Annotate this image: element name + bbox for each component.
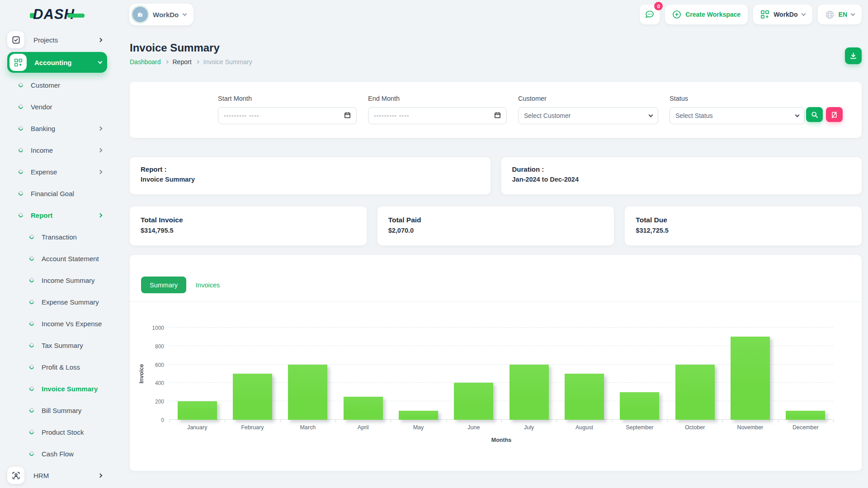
bar-march[interactable]: [288, 365, 327, 420]
x-tick-mark: [446, 420, 447, 422]
breadcrumb-report[interactable]: Report: [173, 58, 192, 66]
sidebar-item-banking[interactable]: Banking: [7, 117, 107, 139]
sidebar-item-invoice-summary[interactable]: Invoice Summary: [7, 378, 107, 399]
sidebar-item-product-stock[interactable]: Product Stock: [7, 421, 107, 443]
sidebar-item-bill-summary[interactable]: Bill Summary: [7, 399, 107, 421]
workdo-menu-button[interactable]: WorkDo: [753, 5, 812, 24]
bar-january[interactable]: [178, 401, 217, 420]
search-icon: [811, 111, 818, 118]
bar-slot: [335, 328, 391, 420]
x-tick-mark: [391, 420, 391, 422]
sidebar-item-income[interactable]: Income: [7, 139, 107, 161]
bullet-icon: [28, 277, 35, 283]
x-tick-mark: [225, 420, 225, 422]
sidebar-item-tax-summary[interactable]: Tax Summary: [7, 334, 107, 356]
breadcrumb-dashboard[interactable]: Dashboard: [130, 58, 161, 66]
bar-slot: [612, 328, 667, 420]
y-tick-label: 200: [155, 399, 164, 405]
workspace-label: WorkDo: [153, 11, 179, 19]
x-label-october: October: [667, 424, 722, 431]
download-button[interactable]: [845, 47, 862, 64]
sidebar-item-customer[interactable]: Customer: [7, 74, 107, 96]
breadcrumb: DashboardReportInvoice Summary: [130, 58, 252, 66]
y-tick-label: 400: [155, 380, 164, 386]
status-label: Status: [670, 95, 805, 102]
sidebar-item-profit-loss[interactable]: Profit & Loss: [7, 356, 107, 378]
logo-dash-icon: [67, 14, 85, 18]
sidebar-item-expense[interactable]: Expense: [7, 161, 107, 183]
invoice-bar-chart: Invoice 02004006008001000: [170, 328, 833, 420]
bar-october[interactable]: [675, 365, 715, 420]
chevron-down-icon: [851, 12, 855, 16]
chart-panel: Summary Invoices Invoice 020040060080010…: [130, 255, 862, 471]
sidebar-item-cash-flow[interactable]: Cash Flow: [7, 443, 107, 465]
create-workspace-button[interactable]: Create Workspace: [665, 5, 748, 24]
grid-plus-icon: [9, 54, 27, 71]
bullet-icon: [28, 342, 35, 348]
workdo-menu-label: WorkDo: [774, 11, 797, 18]
search-button[interactable]: [806, 107, 823, 122]
bar-august[interactable]: [565, 374, 604, 420]
end-month-input[interactable]: --------- ----: [368, 107, 507, 124]
sidebar-item-income-summary[interactable]: Income Summary: [7, 269, 107, 291]
x-tick-mark: [833, 420, 834, 422]
sidebar-item-transaction[interactable]: Transaction: [7, 226, 107, 248]
tab-summary[interactable]: Summary: [141, 277, 186, 293]
reset-filter-button[interactable]: [826, 107, 843, 122]
bullet-icon: [28, 385, 35, 392]
x-label-september: September: [612, 424, 667, 431]
chevron-down-icon: [183, 12, 187, 16]
sidebar-item-hrm[interactable]: HRM: [7, 465, 107, 486]
bar-september[interactable]: [620, 392, 659, 420]
bar-december[interactable]: [786, 411, 825, 420]
breadcrumb-separator-icon: [165, 60, 168, 64]
bar-july[interactable]: [509, 365, 549, 420]
y-tick-label: 800: [155, 343, 164, 350]
bar-may[interactable]: [399, 411, 438, 420]
bullet-icon: [18, 147, 24, 153]
x-label-july: July: [501, 424, 557, 431]
y-tick-label: 0: [161, 417, 164, 423]
report-card: Report : Invoice Summary: [130, 157, 491, 194]
bar-slot: [778, 328, 833, 420]
customer-select[interactable]: Select Customer: [518, 107, 658, 124]
bar-april[interactable]: [344, 397, 383, 420]
sidebar-item-expense-summary[interactable]: Expense Summary: [7, 291, 107, 313]
chevron-right-icon: [98, 473, 103, 478]
bullet-icon: [28, 299, 35, 305]
sidebar-item-vendor[interactable]: Vendor: [7, 96, 107, 117]
bar-february[interactable]: [233, 374, 272, 420]
report-card-label: Report :: [141, 164, 480, 174]
filter-panel: Start Month --------- ---- End Month ---…: [130, 82, 862, 138]
sidebar-item-account-statement[interactable]: Account Statement: [7, 248, 107, 269]
sidebar-item-income-vs-expense[interactable]: Income Vs Expense: [7, 313, 107, 334]
workspace-selector[interactable]: WorkDo: [129, 4, 193, 25]
x-tick-mark: [557, 420, 557, 422]
status-select[interactable]: Select Status: [670, 107, 805, 124]
bar-november[interactable]: [731, 337, 770, 420]
bar-june[interactable]: [454, 383, 493, 420]
tab-invoices[interactable]: Invoices: [196, 282, 220, 289]
x-tick-mark: [170, 420, 170, 422]
bar-series: [170, 328, 833, 420]
sidebar-item-report[interactable]: Report: [7, 204, 107, 226]
language-selector[interactable]: EN: [818, 5, 862, 24]
total-due-value: $312,725.5: [636, 227, 851, 234]
start-month-input[interactable]: --------- ----: [218, 107, 357, 124]
sidebar-item-accounting[interactable]: Accounting: [7, 52, 107, 73]
bullet-icon: [18, 190, 24, 197]
chevron-right-icon: [98, 126, 103, 131]
y-tick-label: 1000: [152, 325, 164, 331]
notification-badge: 0: [654, 2, 663, 10]
sidebar-item-financial-goal[interactable]: Financial Goal: [7, 183, 107, 204]
bullet-icon: [18, 103, 24, 110]
messenger-button[interactable]: 0: [640, 5, 660, 24]
chevron-right-icon: [98, 213, 103, 217]
plus-circle-icon: [672, 10, 681, 19]
x-label-march: March: [280, 424, 335, 431]
start-month-label: Start Month: [218, 95, 357, 102]
main-content: Invoice Summary DashboardReportInvoice S…: [114, 29, 868, 488]
sidebar-item-projects[interactable]: Projects: [7, 29, 107, 51]
chevron-right-icon: [98, 38, 103, 42]
total-paid-value: $2,070.0: [388, 227, 604, 234]
